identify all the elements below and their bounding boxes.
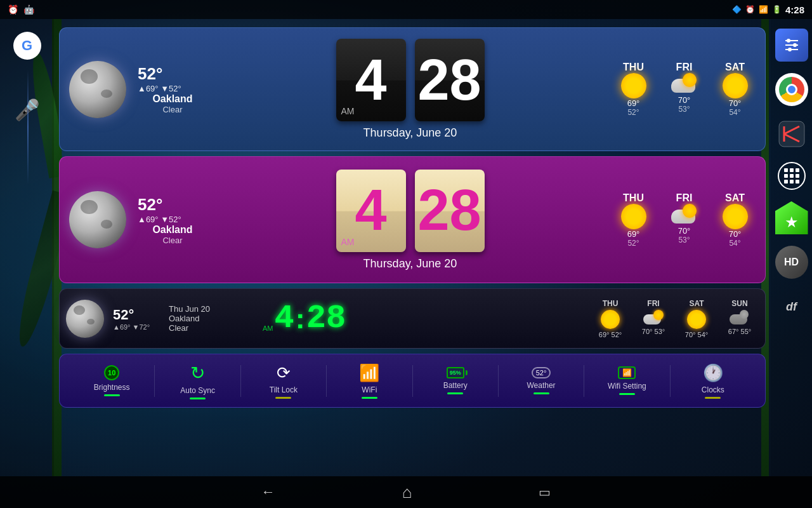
left-sidebar: G 🎤 <box>0 19 54 476</box>
auto-sync-label: Auto Sync <box>180 386 215 395</box>
location-w3: Oakland <box>169 314 251 323</box>
sun-behind-cloud <box>683 73 697 87</box>
w3-rain-sun <box>730 310 750 326</box>
wifi-status-icon: 📶 <box>759 5 768 14</box>
widget-3-dark[interactable]: 52° ▲69° ▼72° Thu Jun 20 Oakland Clear A… <box>59 288 766 349</box>
wifi-box: 📶 <box>618 366 636 379</box>
w3-day-fri: FRI <box>647 299 659 308</box>
low-thu-w1: 52° <box>627 108 639 117</box>
high-fri-w2: 70° <box>678 226 691 236</box>
auto-sync-control[interactable]: ↻ Auto Sync <box>155 359 240 403</box>
flip-clock-w1: AM 4 28 <box>336 39 485 121</box>
plane-svg <box>778 120 806 148</box>
low-fri-w2: 53° <box>678 236 690 244</box>
weather-label: Weather <box>527 381 555 390</box>
main-content: 52° ▲69° ▼52° Oakland Clear AM 4 28 Thur… <box>54 22 771 473</box>
chrome-app-icon[interactable] <box>775 73 808 106</box>
digital-am-w3: AM <box>263 324 273 332</box>
google-search-icon[interactable]: G <box>13 32 41 60</box>
wifi-control[interactable]: 📶 WiFi <box>327 360 412 402</box>
widget-1-blue[interactable]: 52° ▲69° ▼52° Oakland Clear AM 4 28 Thur… <box>59 27 766 151</box>
high-fri-w1: 70° <box>678 95 691 105</box>
flip-min-w2: 28 <box>415 170 485 252</box>
sun-thu-w1 <box>621 73 646 98</box>
df-app-icon[interactable]: df <box>775 290 808 323</box>
grid-dot <box>784 180 788 184</box>
w3-day-sun: SUN <box>731 299 747 308</box>
high-thu-w2: 69° <box>627 229 640 239</box>
digital-clock-inner: AM 4 : 28 <box>263 300 346 337</box>
recent-button[interactable]: ▭ <box>539 485 551 500</box>
home-button[interactable]: ⌂ <box>402 483 412 502</box>
status-bar: ⏰ 🤖 🔷 ⏰ 📶 🔋 4:28 <box>0 0 812 19</box>
flip-hour-num-w2: 4 <box>355 178 386 243</box>
battery-control[interactable]: 95% Battery <box>413 364 498 398</box>
star-app-icon[interactable] <box>775 201 808 234</box>
battery-indicator <box>447 392 463 394</box>
grid-dot <box>790 180 794 184</box>
digital-hour-w3: 4 <box>275 300 294 337</box>
w3-thu: THU 69° 52° <box>591 299 629 338</box>
w3-temps-thu: 69° 52° <box>599 331 622 338</box>
temp-info-w3: 52° ▲69° ▼72° <box>113 307 164 331</box>
battery-tip <box>466 370 468 375</box>
navigation-bar: ← ⌂ ▭ <box>0 476 812 508</box>
back-button[interactable]: ← <box>261 484 275 500</box>
sidebar-divider <box>27 70 29 184</box>
wifi-setting-label: Wifi Setting <box>608 382 646 391</box>
temp-w1: 52° <box>138 64 207 84</box>
high-sat-w1: 70° <box>729 98 742 108</box>
clocks-label: Clocks <box>702 385 724 394</box>
flip-am-w2: AM <box>341 237 355 247</box>
tilt-lock-indicator <box>275 397 291 399</box>
grid-app-icon[interactable] <box>778 162 806 190</box>
w3-day-sat: SAT <box>689 299 704 308</box>
chrome-inner <box>786 84 797 95</box>
sun-sat-w2 <box>723 204 748 229</box>
weather-left-w1: 52° ▲69° ▼52° Oakland Clear <box>138 64 207 114</box>
sun-sat-w1 <box>723 73 748 98</box>
condition-w1: Clear <box>138 105 207 114</box>
battery-pct: 95% <box>450 370 461 376</box>
weather-badge: 52° <box>532 367 551 378</box>
svg-point-5 <box>788 48 792 51</box>
clock-section-w2: AM 4 28 Thursday, June 20 <box>214 170 606 271</box>
status-time: 4:28 <box>785 4 804 15</box>
wifi-setting-icon: 📶 <box>618 366 636 379</box>
flip-min-w1: 28 <box>415 39 485 121</box>
weather-control[interactable]: 52° Weather <box>499 364 584 398</box>
plane-app-icon[interactable] <box>775 117 808 150</box>
location-w1: Oakland <box>138 93 207 105</box>
brightness-control[interactable]: 10 Brightness <box>69 362 154 399</box>
digital-colon-w3: : <box>296 302 305 335</box>
settings-app-icon[interactable] <box>775 29 808 62</box>
tilt-lock-control[interactable]: ⟳ Tilt Lock <box>241 360 326 402</box>
hd-app-icon[interactable]: HD <box>775 246 808 279</box>
day-sat-w1: SAT <box>725 62 745 73</box>
flip-clock-w2: AM 4 28 <box>336 170 485 252</box>
temp-range-w3: ▲69° ▼72° <box>113 323 164 331</box>
wifi-setting-indicator <box>619 393 635 395</box>
flip-min-num-w1: 28 <box>417 51 481 109</box>
low-sat-w2: 54° <box>729 239 740 248</box>
date-loc-w3: Thu Jun 20 Oakland Clear <box>169 304 251 333</box>
android-icon: 🤖 <box>23 4 34 15</box>
wifi-setting-control[interactable]: 📶 Wifi Setting <box>584 363 669 398</box>
widget-2-purple[interactable]: 52° ▲69° ▼52° Oakland Clear AM 4 28 Thur… <box>59 156 766 283</box>
grid-dot <box>796 180 799 184</box>
svg-rect-6 <box>779 121 804 147</box>
clocks-control[interactable]: 🕐 Clocks <box>671 360 756 402</box>
right-sidebar: HD df <box>771 19 812 476</box>
clocks-icon: 🕐 <box>703 363 723 383</box>
day-thu-w2: THU <box>623 192 644 204</box>
sun4 <box>740 310 749 319</box>
status-right: 🔷 ⏰ 📶 🔋 4:28 <box>732 4 804 15</box>
w3-cloud-fri <box>643 310 664 326</box>
w3-temps-sat: 70° 54° <box>685 331 708 338</box>
w3-sat: SAT 70° 54° <box>678 299 716 338</box>
grid-dot <box>796 174 799 178</box>
low-thu-w2: 52° <box>627 239 639 248</box>
forecast-w1: THU 69° 52° FRI 70° 53° SAT 70° 54° <box>613 62 756 117</box>
w3-sun-thu <box>601 310 620 329</box>
low-fri-w1: 53° <box>678 105 690 114</box>
